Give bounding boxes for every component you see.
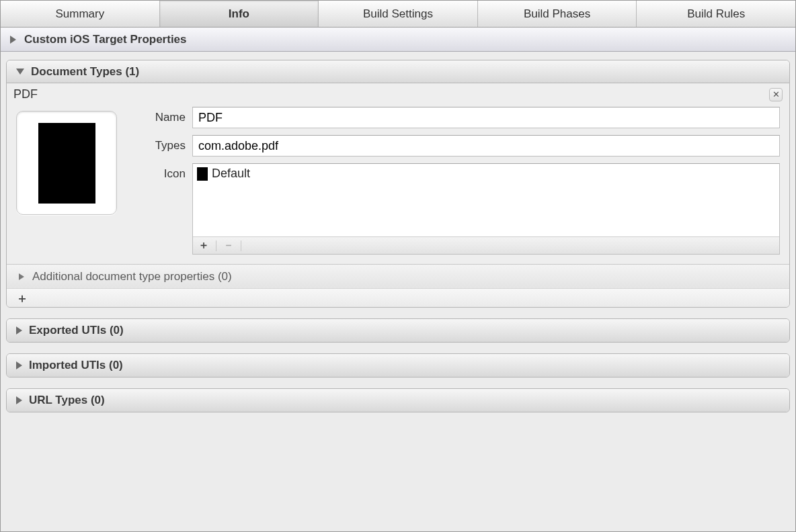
panel-title: Exported UTIs (0) <box>29 324 124 337</box>
icon-list-item[interactable]: Default <box>197 167 775 181</box>
panel-url-types: URL Types (0) <box>6 388 790 412</box>
tab-build-rules[interactable]: Build Rules <box>637 1 795 27</box>
input-name[interactable] <box>192 107 780 128</box>
disclosure-arrow-icon <box>16 396 22 404</box>
remove-document-type-button[interactable]: ✕ <box>769 88 783 101</box>
tab-bar: Summary Info Build Settings Build Phases… <box>1 1 795 28</box>
document-icon-well[interactable] <box>16 111 117 215</box>
content-area: Document Types (1) PDF ✕ Name <box>1 52 795 431</box>
section-custom-ios-target-properties[interactable]: Custom iOS Target Properties <box>1 28 795 52</box>
remove-icon-button[interactable]: － <box>222 239 235 253</box>
close-icon: ✕ <box>772 89 780 99</box>
document-type-body: Name Types Icon <box>7 104 789 264</box>
icon-list-footer: ＋ － <box>193 236 779 254</box>
panel-title: Document Types (1) <box>31 65 139 79</box>
row-icon: Icon Default ＋ <box>137 163 780 255</box>
icon-list-container: Default ＋ － <box>192 163 780 255</box>
disclosure-arrow-icon <box>16 326 22 335</box>
add-icon-button[interactable]: ＋ <box>197 239 210 253</box>
document-type-titlebar: PDF ✕ <box>7 83 789 104</box>
label-name: Name <box>137 107 186 124</box>
panel-header-url-types[interactable]: URL Types (0) <box>7 389 789 412</box>
plus-icon: ＋ <box>16 290 28 306</box>
disclosure-arrow-icon <box>19 273 24 280</box>
tab-label: Build Settings <box>363 7 433 21</box>
panel-title: URL Types (0) <box>29 394 105 407</box>
panel-header-document-types[interactable]: Document Types (1) <box>7 60 789 83</box>
disclosure-arrow-icon <box>10 36 16 44</box>
additional-doc-type-properties-label: Additional document type properties (0) <box>32 270 232 283</box>
row-name: Name <box>137 107 780 128</box>
document-icon-preview <box>38 123 95 204</box>
tab-build-phases[interactable]: Build Phases <box>478 1 637 27</box>
document-type-display-title: PDF <box>13 87 38 101</box>
tab-summary[interactable]: Summary <box>1 1 160 27</box>
panel-title: Imported UTIs (0) <box>29 359 123 372</box>
separator <box>216 240 216 251</box>
label-icon: Icon <box>137 163 186 181</box>
panel-imported-utis: Imported UTIs (0) <box>6 353 790 378</box>
section-title: Custom iOS Target Properties <box>24 33 187 46</box>
icon-list[interactable]: Default <box>193 164 779 236</box>
tab-label: Build Phases <box>524 7 590 21</box>
separator <box>241 240 241 251</box>
label-types: Types <box>137 135 186 152</box>
icon-swatch <box>197 167 208 181</box>
panel-body-document-types: PDF ✕ Name Type <box>7 83 789 307</box>
panel-exported-utis: Exported UTIs (0) <box>6 318 790 343</box>
panel-document-types: Document Types (1) PDF ✕ Name <box>6 60 790 308</box>
panel-header-exported-utis[interactable]: Exported UTIs (0) <box>7 319 789 342</box>
add-document-type-row[interactable]: ＋ <box>7 288 789 307</box>
panel-header-imported-utis[interactable]: Imported UTIs (0) <box>7 354 789 377</box>
row-types: Types <box>137 135 780 157</box>
tab-label: Summary <box>55 7 104 21</box>
icon-entry-label: Default <box>212 167 250 181</box>
tab-build-settings[interactable]: Build Settings <box>319 1 478 27</box>
tab-label: Info <box>229 7 249 21</box>
document-type-item: PDF ✕ Name Type <box>7 83 789 264</box>
tab-label: Build Rules <box>687 7 745 21</box>
input-types[interactable] <box>192 135 780 157</box>
document-type-form: Name Types Icon <box>137 107 780 255</box>
disclosure-arrow-icon <box>16 69 24 75</box>
tab-info[interactable]: Info <box>160 1 319 27</box>
disclosure-arrow-icon <box>16 361 22 369</box>
additional-doc-type-properties-row[interactable]: Additional document type properties (0) <box>7 264 789 288</box>
